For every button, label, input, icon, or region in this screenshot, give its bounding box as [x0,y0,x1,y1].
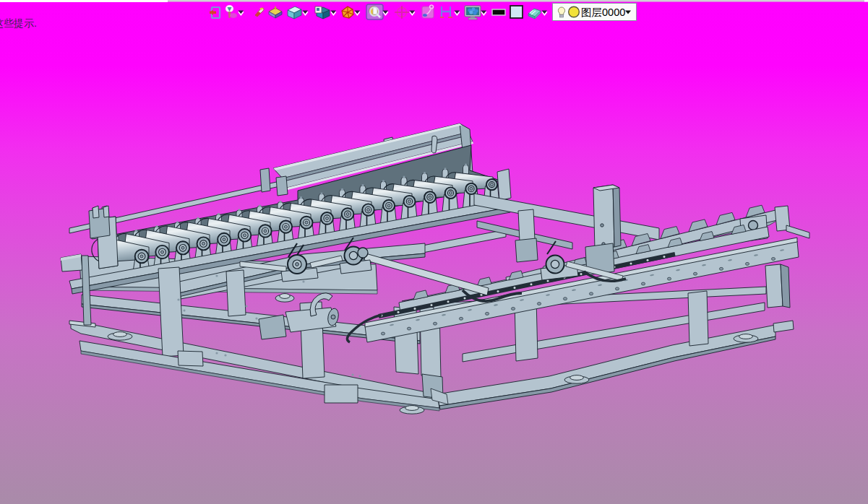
svg-text:这些提示.: 这些提示. [0,17,37,29]
svg-text:图层0000: 图层0000 [581,6,625,18]
